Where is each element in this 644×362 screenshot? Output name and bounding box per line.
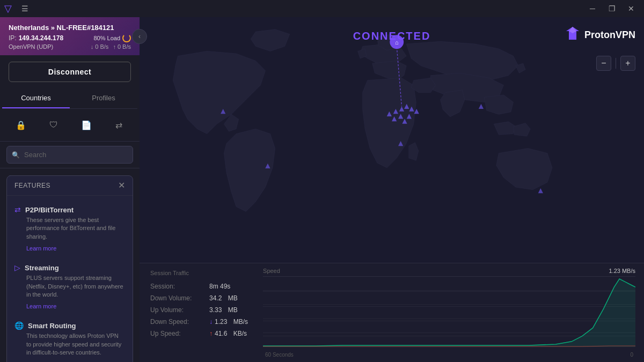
smart-routing-icon: 🌐: [14, 321, 24, 330]
titlebar: ▽ ☰ ─ ❐ ✕: [0, 0, 644, 17]
features-popup: Features ✕ ⇄ P2P/BitTorrent These server…: [6, 175, 133, 362]
protocol-name: OpenVPN (UDP): [9, 43, 53, 50]
down-volume-label: Down Volume:: [150, 294, 209, 302]
session-traffic-label: Session Traffic: [150, 270, 248, 276]
connection-ip-row: IP: 149.34.244.178 80% Load: [9, 34, 131, 42]
features-close-button[interactable]: ✕: [118, 181, 125, 190]
stats-left: Session Traffic Session: 8m 49s Down Vol…: [140, 263, 259, 362]
search-input[interactable]: [6, 146, 133, 164]
sidebar: Netherlands » NL-FREE#184121 IP: 149.34.…: [0, 17, 140, 362]
feature-p2p: ⇄ P2P/BitTorrent These servers give the …: [7, 200, 133, 258]
stats-down-speed-row: Down Speed: ↓ 1.23 MB/s: [150, 318, 248, 326]
connection-ip: 149.34.244.178: [19, 34, 63, 42]
protonvpn-logo-icon: [565, 26, 580, 44]
filter-icons: 🔒 🛡 📄 ⇄: [0, 109, 140, 142]
load-circle-icon: [122, 34, 131, 42]
feature-streaming-name-row: ▷ Streaming: [14, 263, 125, 272]
speed-current-value: 1.23 MB/s: [609, 268, 635, 274]
svg-marker-24: [263, 279, 635, 347]
session-value: 8m 49s: [209, 283, 230, 290]
maximize-button[interactable]: ❐: [603, 0, 620, 17]
session-label: Session:: [150, 283, 209, 290]
minimize-button[interactable]: ─: [584, 0, 601, 17]
feature-p2p-desc: These servers give the best performance …: [26, 216, 125, 241]
arrow-icon: ⇄: [115, 120, 122, 130]
filter-file-button[interactable]: 📄: [76, 114, 97, 136]
world-map-svg: .land { fill: #2a2a42; stroke: #3d3d60; …: [140, 17, 644, 260]
feature-streaming-learn[interactable]: Learn more: [26, 303, 56, 309]
speed-up: ↑ 0 B/s: [113, 43, 131, 50]
zoom-minus-button[interactable]: −: [596, 56, 611, 71]
chart-x-labels: 60 Seconds 0: [263, 352, 635, 358]
up-volume-value: 3.33 MB: [209, 306, 238, 314]
down-speed-value: ↓ 1.23 MB/s: [209, 318, 248, 326]
search-wrapper: 🔍: [6, 146, 133, 164]
titlebar-controls: ─ ❐ ✕: [584, 0, 640, 17]
speed-chart-label: Speed: [263, 268, 280, 274]
up-speed-label: Up Speed:: [150, 330, 209, 337]
ip-label: IP:: [9, 34, 17, 42]
speed-down: ↓ 0 B/s: [91, 43, 109, 50]
feature-p2p-name: P2P/BitTorrent: [25, 206, 74, 214]
proton-icon: ▽: [4, 3, 12, 14]
connection-protocol: OpenVPN (UDP) ↓ 0 B/s ↑ 0 B/s: [9, 43, 131, 50]
chart-label-left: 60 Seconds: [265, 352, 294, 358]
feature-streaming: ▷ Streaming PLUS servers support streami…: [7, 258, 133, 316]
tab-profiles[interactable]: Profiles: [70, 88, 137, 108]
collapse-button[interactable]: ‹: [132, 29, 147, 44]
chart-container: 60 Seconds 0: [263, 276, 635, 358]
lock-icon: 🔒: [16, 120, 26, 130]
close-button[interactable]: ✕: [623, 0, 640, 17]
search-icon: 🔍: [12, 151, 20, 159]
stats-right-header: Speed 1.23 MB/s: [263, 268, 635, 274]
down-speed-label: Down Speed:: [150, 318, 209, 326]
stats-up-volume-row: Up Volume: 3.33 MB: [150, 306, 248, 314]
speed-chart-svg: [263, 276, 635, 347]
feature-streaming-name: Streaming: [25, 264, 59, 272]
load-badge: 80% Load: [93, 34, 131, 42]
tabs: Countries Profiles: [2, 88, 137, 109]
stats-right: Speed 1.23 MB/s: [259, 263, 644, 362]
feature-smart-routing-name: Smart Routing: [28, 322, 76, 330]
zoom-divider: [616, 58, 616, 69]
down-volume-value: 34.2 MB: [209, 294, 238, 302]
feature-p2p-learn[interactable]: Learn more: [26, 245, 56, 252]
filter-arrow-button[interactable]: ⇄: [108, 114, 130, 136]
stats-session-row: Session: 8m 49s: [150, 283, 248, 290]
connection-info: Netherlands » NL-FREE#184121 IP: 149.34.…: [0, 17, 140, 55]
disconnect-button[interactable]: Disconnect: [9, 62, 131, 82]
map-zoom: − +: [596, 56, 635, 71]
feature-smart-routing: 🌐 Smart Routing This technology allows P…: [7, 316, 133, 362]
streaming-icon: ▷: [14, 263, 20, 272]
tab-countries[interactable]: Countries: [2, 88, 70, 108]
filter-lock-button[interactable]: 🔒: [10, 114, 32, 136]
map-area: CONNECTED ProtonVPN − + .land { fill: #: [140, 17, 644, 362]
features-list: ⇄ P2P/BitTorrent These servers give the …: [7, 196, 133, 362]
p2p-icon: ⇄: [14, 205, 21, 214]
file-icon: 📄: [81, 120, 92, 130]
world-map-container: .land { fill: #2a2a42; stroke: #3d3d60; …: [140, 17, 644, 260]
shield-icon: 🛡: [49, 120, 58, 130]
feature-p2p-name-row: ⇄ P2P/BitTorrent: [14, 205, 125, 214]
stats-up-speed-row: Up Speed: ↑ 41.6 KB/s: [150, 330, 248, 337]
load-text: 80% Load: [93, 35, 120, 41]
titlebar-left: ▽ ☰: [4, 0, 33, 17]
menu-button[interactable]: ☰: [16, 0, 33, 17]
main-layout: Netherlands » NL-FREE#184121 IP: 149.34.…: [0, 17, 644, 362]
protonvpn-logo-text: ProtonVPN: [584, 29, 635, 41]
arrow-up-icon: ↑: [209, 330, 213, 337]
features-title: Features: [14, 182, 50, 189]
features-header: Features ✕: [7, 176, 133, 196]
feature-smart-routing-desc: This technology allows Proton VPN to pro…: [26, 332, 125, 357]
arrow-down-icon: ↓: [209, 318, 213, 326]
connected-label: CONNECTED: [353, 30, 431, 42]
logo-area: ProtonVPN: [565, 26, 635, 44]
up-volume-label: Up Volume:: [150, 306, 209, 314]
stats-panel: Session Traffic Session: 8m 49s Down Vol…: [140, 263, 644, 362]
feature-smart-routing-name-row: 🌐 Smart Routing: [14, 321, 125, 330]
filter-shield-button[interactable]: 🛡: [43, 114, 64, 136]
zoom-plus-button[interactable]: +: [620, 56, 635, 71]
connection-server: Netherlands » NL-FREE#184121: [9, 24, 131, 32]
feature-streaming-desc: PLUS servers support streaming (Netflix,…: [26, 274, 125, 299]
up-speed-value: ↑ 41.6 KB/s: [209, 330, 247, 337]
